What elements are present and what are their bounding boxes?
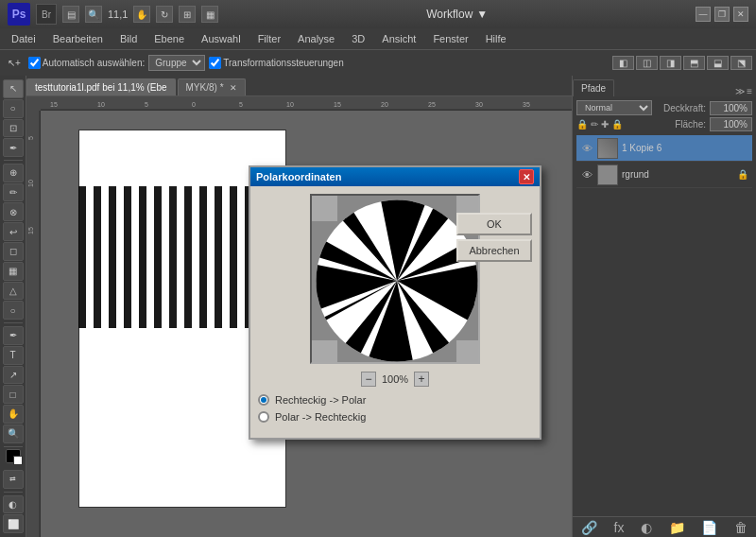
minimize-btn[interactable]: — [696, 7, 711, 22]
menu-item-ebene[interactable]: Ebene [146, 31, 192, 46]
pen-tool[interactable]: ✒ [3, 326, 24, 345]
document-tab-1[interactable]: testtutoria1l.pdf bei 11,1% (Ebe [26, 78, 176, 95]
menu-item-3d[interactable]: 3D [344, 31, 372, 46]
layers-tab-label: Pfade [581, 83, 606, 94]
svg-text:10: 10 [27, 180, 34, 187]
menu-item-analyse[interactable]: Analyse [290, 31, 342, 46]
option1-label: Rechteckig -> Polar [275, 394, 366, 406]
layer-bg-visibility[interactable]: 👁 [580, 168, 593, 182]
zoom-value: 100% [382, 373, 408, 385]
tab-close-icon[interactable]: ✕ [230, 83, 237, 93]
brush-tool[interactable]: ✏ [3, 183, 24, 202]
new-layer-btn[interactable]: 📄 [701, 520, 717, 535]
text-tool[interactable]: T [3, 346, 24, 365]
svg-text:5: 5 [27, 136, 34, 140]
lasso-tool[interactable]: ○ [3, 99, 24, 118]
option2-radio[interactable] [258, 411, 269, 423]
panel-menu-btn[interactable]: ≡ [747, 86, 752, 96]
shape-tool[interactable]: □ [3, 385, 24, 404]
move-tool-btn[interactable]: ↖+ [4, 56, 25, 70]
canvas-area: testtutoria1l.pdf bei 11,1% (Ebe MYK/8) … [26, 76, 572, 537]
menu-item-filter[interactable]: Filter [250, 31, 288, 46]
layer-mask-btn[interactable]: ◐ [641, 520, 652, 535]
align-left-btn[interactable]: ◧ [612, 56, 634, 70]
align-bottom-btn[interactable]: ⬔ [730, 56, 752, 70]
layer-1-visibility[interactable]: 👁 [580, 142, 593, 155]
option1-radio[interactable] [258, 394, 269, 406]
hand-tool[interactable]: ✋ [3, 405, 24, 424]
window-controls: — ❐ ✕ [696, 7, 748, 22]
heal-tool[interactable]: ⊕ [3, 164, 24, 182]
layer-item-bg[interactable]: 👁 rgrund 🔒 [576, 162, 752, 188]
menu-item-fenster[interactable]: Fenster [425, 31, 475, 46]
transform-option: Transformationssteuerungen [209, 57, 343, 69]
zoom-plus-btn[interactable]: + [414, 372, 429, 387]
hand-tool-btn[interactable]: ✋ [133, 6, 150, 23]
fill-label: Fläche: [675, 119, 706, 130]
lock-pixel-btn[interactable]: ✏ [591, 119, 598, 130]
ruler-top: 15 10 5 0 5 10 15 20 25 30 35 [41, 96, 572, 111]
auto-select-checkbox[interactable] [28, 57, 41, 69]
delete-layer-btn[interactable]: 🗑 [734, 520, 747, 535]
new-group-btn[interactable]: 📁 [669, 520, 685, 535]
blur-tool[interactable]: △ [3, 282, 24, 301]
zoom-btn[interactable]: 🔍 [85, 6, 102, 23]
document-tab-2[interactable]: MYK/8) * ✕ [178, 78, 247, 95]
quickmask-tool[interactable]: ◐ [3, 495, 24, 514]
extras-btn[interactable]: ▦ [201, 6, 218, 23]
close-btn[interactable]: ✕ [733, 7, 748, 22]
cancel-button[interactable]: Abbrechen [456, 239, 532, 262]
layout-btn[interactable]: ⊞ [179, 6, 196, 23]
transform-checkbox[interactable] [209, 57, 221, 69]
option2[interactable]: Polar -> Rechteckig [258, 411, 532, 423]
rotate-btn[interactable]: ↻ [156, 6, 173, 23]
layer-style-btn[interactable]: fx [614, 520, 625, 535]
menu-item-datei[interactable]: Datei [4, 31, 43, 46]
group-select[interactable]: Gruppe [148, 55, 205, 71]
clone-tool[interactable]: ⊗ [3, 202, 24, 221]
menu-item-ansicht[interactable]: Ansicht [374, 31, 423, 46]
svg-text:5: 5 [239, 101, 243, 108]
path-select-tool[interactable]: ↗ [3, 366, 24, 385]
align-mid-btn[interactable]: ⬓ [707, 56, 729, 70]
workflow-btn[interactable]: Workflow ▼ [426, 8, 488, 21]
select-tool[interactable]: ↖ [3, 79, 24, 98]
menu-item-bild[interactable]: Bild [112, 31, 145, 46]
screenmode-tool[interactable]: ⬜ [3, 514, 24, 533]
blend-mode-select[interactable]: Normal [576, 100, 652, 115]
menu-item-bearbeiten[interactable]: Bearbeiten [45, 31, 111, 46]
restore-btn[interactable]: ❐ [714, 7, 730, 22]
lock-all-btn[interactable]: 🔒 [611, 119, 623, 130]
align-top-btn[interactable]: ⬒ [683, 56, 705, 70]
eraser-tool[interactable]: ◻ [3, 242, 24, 261]
fill-input[interactable] [710, 117, 752, 131]
gradient-tool[interactable]: ▦ [3, 262, 24, 281]
menu-item-auswahl[interactable]: Auswahl [194, 31, 249, 46]
swap-colors[interactable]: ⇄ [3, 470, 24, 489]
option1[interactable]: Rechteckig -> Polar [258, 394, 532, 406]
eyedropper-tool[interactable]: ✒ [3, 138, 24, 157]
opacity-input[interactable] [710, 101, 752, 115]
align-right-btn[interactable]: ◨ [660, 56, 681, 70]
screen-mode-btn[interactable]: ▤ [62, 6, 79, 23]
crop-tool[interactable]: ⊡ [3, 119, 24, 138]
layer-item-1[interactable]: 👁 1 Kopie 6 [576, 135, 752, 162]
align-center-btn[interactable]: ◫ [636, 56, 658, 70]
lock-transparent-btn[interactable]: 🔒 [576, 119, 588, 130]
zoom-tool[interactable]: 🔍 [3, 424, 24, 443]
panel-expand-btn[interactable]: ≫ [735, 86, 745, 96]
layers-tab[interactable]: Pfade [573, 79, 614, 96]
tool-separator-3 [4, 446, 23, 447]
dialog-close-btn[interactable]: ✕ [519, 169, 534, 184]
opacity-label: Deckkraft: [663, 103, 706, 113]
lock-position-btn[interactable]: ✚ [601, 119, 609, 130]
br-icon: Br [36, 4, 57, 25]
ok-button[interactable]: OK [456, 213, 532, 235]
foreground-color[interactable] [6, 449, 21, 462]
dodge-tool[interactable]: ○ [3, 301, 24, 320]
document-tabs: testtutoria1l.pdf bei 11,1% (Ebe MYK/8) … [26, 76, 572, 96]
zoom-minus-btn[interactable]: − [361, 372, 376, 387]
link-layers-btn[interactable]: 🔗 [581, 520, 597, 535]
history-brush[interactable]: ↩ [3, 222, 24, 241]
menu-item-hilfe[interactable]: Hilfe [478, 31, 514, 46]
